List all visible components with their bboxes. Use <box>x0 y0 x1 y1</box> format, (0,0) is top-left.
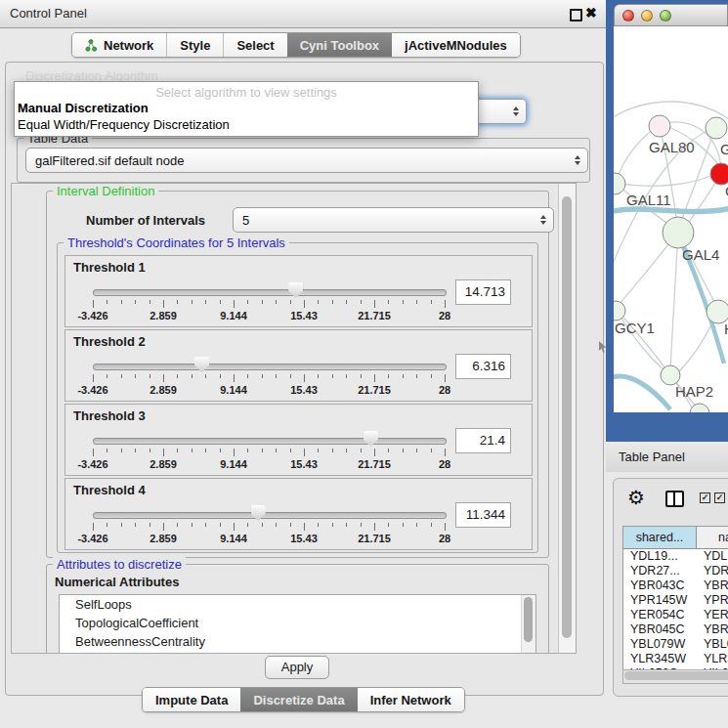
tab-infer-network[interactable]: Infer Network <box>358 688 464 711</box>
dropdown-option-equal-width-frequency[interactable]: Equal Width/Frequency Discretization <box>15 116 478 133</box>
table-horizontal-scrollbar[interactable] <box>622 669 728 684</box>
tick-mark <box>234 523 235 531</box>
minimize-traffic-light-icon[interactable] <box>641 10 653 21</box>
table-row[interactable]: YBR045CYBR0 <box>623 622 728 637</box>
bottom-tab-bar: Impute Data Discretize Data Infer Networ… <box>142 687 465 712</box>
dropdown-option-manual-discretization[interactable]: Manual Discretization <box>15 100 478 116</box>
tick-mark <box>304 374 305 382</box>
tick-label: 2.859 <box>150 458 177 470</box>
cell-name[interactable]: YPR1 <box>704 593 728 608</box>
tick-mark <box>93 523 94 531</box>
attribute-item[interactable]: SelfLoops <box>60 595 535 614</box>
tick-label: 15.43 <box>290 458 318 470</box>
table-row[interactable]: YDR27...YDR2 <box>623 564 728 578</box>
interval-definition-group: Interval Definition Number of Intervals … <box>46 191 549 558</box>
tick-mark <box>361 374 362 378</box>
numerical-attributes-list[interactable]: SelfLoopsTopologicalCoefficientBetweenne… <box>59 594 536 654</box>
viewport-scrollbar-thumb[interactable] <box>562 196 572 638</box>
tick-mark <box>234 449 235 456</box>
column-header-name[interactable]: na <box>697 527 728 548</box>
apply-button[interactable]: Apply <box>265 656 329 679</box>
cell-shared-name[interactable]: YBR043C <box>630 578 685 593</box>
tick-mark <box>290 523 291 527</box>
zoom-traffic-light-icon[interactable] <box>660 10 671 21</box>
close-traffic-light-icon[interactable] <box>622 10 634 21</box>
threshold-value-input[interactable]: 6.316 <box>455 354 511 379</box>
table-row[interactable]: YBL079WYBL0 <box>623 637 728 652</box>
network-node[interactable] <box>690 404 709 412</box>
tab-cyni-toolbox[interactable]: Cyni Toolbox <box>287 33 392 57</box>
tick-mark <box>403 374 404 378</box>
table-data-combobox[interactable]: galFiltered.sif default node <box>25 148 588 173</box>
network-canvas[interactable]: GAL80GACGAL11GAL4GCY1HAHAP2 <box>614 26 728 412</box>
tick-mark <box>177 300 178 304</box>
tick-label: 28 <box>439 310 450 321</box>
gear-icon[interactable]: ⚙ <box>627 486 645 509</box>
cell-shared-name[interactable]: YBR045C <box>630 622 685 637</box>
cell-shared-name[interactable]: YLR345W <box>630 652 686 666</box>
slider-track[interactable] <box>93 364 447 370</box>
number-of-intervals-combobox[interactable]: 5 <box>233 207 554 233</box>
cell-name[interactable]: YBR0 <box>704 578 728 593</box>
cell-shared-name[interactable]: YDR27... <box>630 564 680 578</box>
cell-shared-name[interactable]: YER054C <box>630 608 685 622</box>
tick-label: 15.43 <box>290 310 318 321</box>
cell-name[interactable]: YBL0 <box>704 637 728 652</box>
threshold-value-input[interactable]: 14.713 <box>455 279 511 305</box>
list-scrollbar[interactable] <box>521 595 535 654</box>
tab-jactivemnodules[interactable]: jActiveMNodules <box>392 33 520 57</box>
cell-name[interactable]: YDR2 <box>704 564 728 578</box>
list-scrollbar-thumb[interactable] <box>524 597 533 642</box>
tick-mark <box>192 374 193 378</box>
column-header-shared-name[interactable]: shared... <box>623 527 697 548</box>
cell-name[interactable]: YBR0 <box>704 622 728 637</box>
network-node[interactable] <box>649 115 670 137</box>
slider-track[interactable] <box>93 289 447 296</box>
table-row[interactable]: YPR145WYPR1 <box>623 593 728 608</box>
tab-impute-data[interactable]: Impute Data <box>143 688 240 711</box>
threshold-value-input[interactable]: 11.344 <box>455 502 511 528</box>
table-row[interactable]: YBR043CYBR0 <box>623 578 728 593</box>
network-node[interactable] <box>706 117 727 139</box>
tab-style[interactable]: Style <box>166 33 223 57</box>
close-icon[interactable]: ✖ <box>585 5 597 21</box>
cell-name[interactable]: YDL1 <box>704 549 728 564</box>
attribute-item[interactable]: TopologicalCoefficient <box>60 614 535 632</box>
cell-shared-name[interactable]: YDL19... <box>630 549 678 564</box>
tick-mark <box>234 374 235 382</box>
network-node[interactable] <box>710 163 728 185</box>
column-layout-icon[interactable] <box>665 491 684 507</box>
network-node[interactable] <box>614 173 625 194</box>
tick-mark <box>332 300 333 304</box>
tick-mark <box>150 374 150 378</box>
viewport-scrollbar[interactable] <box>558 184 576 653</box>
tab-discretize-data[interactable]: Discretize Data <box>240 688 357 711</box>
attribute-item[interactable]: BetweennessCentrality <box>60 632 535 651</box>
cell-shared-name[interactable]: YPR145W <box>630 593 687 608</box>
table-row[interactable]: YLR345WYLR3 <box>623 652 728 666</box>
network-node[interactable] <box>661 365 680 385</box>
slider-track[interactable] <box>93 512 447 519</box>
tick-mark <box>150 300 150 304</box>
tick-mark <box>431 523 432 527</box>
table-row[interactable]: YDL19...YDL1 <box>623 549 728 564</box>
table-horizontal-scrollbar-thumb[interactable] <box>624 671 728 680</box>
tick-mark <box>276 449 277 452</box>
cell-name[interactable]: YER0 <box>704 608 728 622</box>
tick-mark <box>304 300 305 308</box>
tick-label: -3.426 <box>77 310 107 321</box>
checkbox-icon[interactable]: ✓ <box>700 492 710 503</box>
checkbox-icon[interactable]: ✓ <box>714 492 725 503</box>
cell-shared-name[interactable]: YBL079W <box>630 637 685 652</box>
network-node[interactable] <box>663 217 694 248</box>
threshold-value-input[interactable]: 21.4 <box>455 428 511 453</box>
table-row[interactable]: YER054CYER0 <box>623 608 728 622</box>
tick-mark <box>416 523 417 527</box>
tick-mark <box>107 300 107 304</box>
tab-network[interactable]: Network <box>72 33 166 57</box>
tab-infer-network-label: Infer Network <box>370 693 451 707</box>
cell-name[interactable]: YLR3 <box>704 652 728 666</box>
tab-select[interactable]: Select <box>223 33 286 57</box>
slider-track[interactable] <box>93 438 447 445</box>
float-window-icon[interactable] <box>570 9 582 21</box>
